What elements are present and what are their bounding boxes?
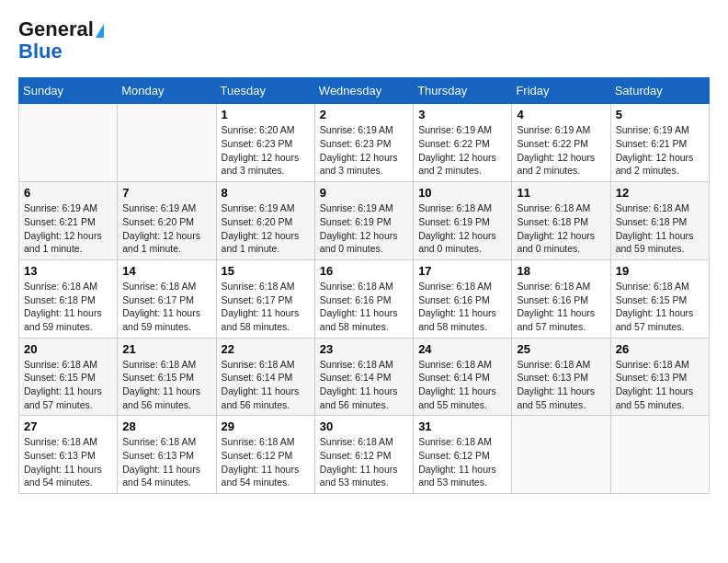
- day-info: Sunrise: 6:18 AMSunset: 6:13 PMDaylight:…: [517, 358, 605, 412]
- calendar-week-3: 13Sunrise: 6:18 AMSunset: 6:18 PMDayligh…: [19, 259, 710, 338]
- day-number: 3: [418, 108, 506, 121]
- day-info: Sunrise: 6:18 AMSunset: 6:18 PMDaylight:…: [517, 201, 605, 256]
- day-info: Sunrise: 6:18 AMSunset: 6:18 PMDaylight:…: [24, 280, 112, 334]
- day-info: Sunrise: 6:18 AMSunset: 6:16 PMDaylight:…: [418, 280, 506, 334]
- day-number: 12: [616, 186, 704, 200]
- calendar-cell: 11Sunrise: 6:18 AMSunset: 6:18 PMDayligh…: [512, 182, 610, 260]
- day-info: Sunrise: 6:19 AMSunset: 6:22 PMDaylight:…: [418, 123, 506, 178]
- calendar-cell: [610, 416, 709, 494]
- calendar-cell: 5Sunrise: 6:19 AMSunset: 6:21 PMDaylight…: [610, 104, 709, 182]
- logo-blue: Blue: [18, 40, 63, 63]
- weekday-header-friday: Friday: [512, 78, 610, 104]
- calendar-cell: 10Sunrise: 6:18 AMSunset: 6:19 PMDayligh…: [414, 182, 512, 260]
- logo-text: General: [18, 18, 104, 40]
- day-number: 9: [320, 186, 408, 200]
- day-info: Sunrise: 6:18 AMSunset: 6:14 PMDaylight:…: [320, 358, 408, 412]
- calendar-cell: 17Sunrise: 6:18 AMSunset: 6:16 PMDayligh…: [414, 259, 512, 338]
- calendar-cell: 13Sunrise: 6:18 AMSunset: 6:18 PMDayligh…: [19, 259, 118, 338]
- calendar-cell: 12Sunrise: 6:18 AMSunset: 6:18 PMDayligh…: [610, 182, 709, 260]
- day-info: Sunrise: 6:18 AMSunset: 6:17 PMDaylight:…: [122, 280, 210, 334]
- day-info: Sunrise: 6:19 AMSunset: 6:21 PMDaylight:…: [24, 201, 112, 256]
- day-number: 22: [222, 342, 310, 356]
- calendar-cell: 31Sunrise: 6:18 AMSunset: 6:12 PMDayligh…: [414, 416, 512, 494]
- calendar-cell: 6Sunrise: 6:19 AMSunset: 6:21 PMDaylight…: [19, 182, 118, 260]
- day-number: 26: [616, 342, 704, 356]
- day-number: 25: [517, 342, 605, 356]
- day-info: Sunrise: 6:19 AMSunset: 6:22 PMDaylight:…: [517, 123, 605, 178]
- calendar-cell: 28Sunrise: 6:18 AMSunset: 6:13 PMDayligh…: [118, 416, 216, 494]
- day-number: 14: [122, 264, 210, 278]
- calendar-cell: 19Sunrise: 6:18 AMSunset: 6:15 PMDayligh…: [610, 259, 709, 338]
- day-number: 27: [24, 419, 112, 433]
- weekday-header-monday: Monday: [118, 78, 216, 104]
- calendar-cell: 30Sunrise: 6:18 AMSunset: 6:12 PMDayligh…: [314, 416, 413, 494]
- day-info: Sunrise: 6:19 AMSunset: 6:20 PMDaylight:…: [122, 201, 210, 256]
- day-number: 1: [222, 108, 310, 121]
- calendar-cell: 25Sunrise: 6:18 AMSunset: 6:13 PMDayligh…: [512, 338, 610, 416]
- calendar-body: 1Sunrise: 6:20 AMSunset: 6:23 PMDaylight…: [19, 104, 710, 494]
- calendar-cell: 8Sunrise: 6:19 AMSunset: 6:20 PMDaylight…: [216, 182, 314, 260]
- day-number: 17: [418, 264, 506, 278]
- day-info: Sunrise: 6:19 AMSunset: 6:20 PMDaylight:…: [222, 201, 310, 256]
- calendar-week-1: 1Sunrise: 6:20 AMSunset: 6:23 PMDaylight…: [19, 104, 710, 182]
- calendar-cell: 16Sunrise: 6:18 AMSunset: 6:16 PMDayligh…: [314, 259, 413, 338]
- day-info: Sunrise: 6:18 AMSunset: 6:17 PMDaylight:…: [222, 280, 310, 334]
- day-info: Sunrise: 6:18 AMSunset: 6:14 PMDaylight:…: [418, 358, 506, 412]
- weekday-header-sunday: Sunday: [19, 78, 118, 104]
- day-info: Sunrise: 6:18 AMSunset: 6:15 PMDaylight:…: [24, 358, 112, 412]
- day-number: 15: [222, 264, 310, 278]
- calendar-cell: 9Sunrise: 6:19 AMSunset: 6:19 PMDaylight…: [314, 182, 413, 260]
- day-info: Sunrise: 6:19 AMSunset: 6:23 PMDaylight:…: [320, 123, 408, 178]
- calendar-cell: 23Sunrise: 6:18 AMSunset: 6:14 PMDayligh…: [314, 338, 413, 416]
- logo: General Blue: [18, 18, 104, 63]
- weekday-header-saturday: Saturday: [610, 78, 709, 104]
- day-number: 11: [517, 186, 605, 200]
- weekday-header-wednesday: Wednesday: [314, 78, 413, 104]
- day-number: 21: [122, 342, 210, 356]
- day-info: Sunrise: 6:18 AMSunset: 6:14 PMDaylight:…: [222, 358, 310, 412]
- day-number: 20: [24, 342, 112, 356]
- calendar-cell: 3Sunrise: 6:19 AMSunset: 6:22 PMDaylight…: [414, 104, 512, 182]
- calendar-cell: [19, 104, 118, 182]
- calendar-cell: [512, 416, 610, 494]
- day-number: 2: [320, 108, 408, 121]
- day-info: Sunrise: 6:18 AMSunset: 6:15 PMDaylight:…: [616, 280, 704, 334]
- calendar-week-2: 6Sunrise: 6:19 AMSunset: 6:21 PMDaylight…: [19, 182, 710, 260]
- day-info: Sunrise: 6:20 AMSunset: 6:23 PMDaylight:…: [222, 123, 310, 178]
- calendar-cell: 2Sunrise: 6:19 AMSunset: 6:23 PMDaylight…: [314, 104, 413, 182]
- day-number: 13: [24, 264, 112, 278]
- day-number: 23: [320, 342, 408, 356]
- calendar-header-row: SundayMondayTuesdayWednesdayThursdayFrid…: [19, 78, 710, 104]
- day-info: Sunrise: 6:18 AMSunset: 6:15 PMDaylight:…: [122, 358, 210, 412]
- day-number: 4: [517, 108, 605, 121]
- day-info: Sunrise: 6:18 AMSunset: 6:12 PMDaylight:…: [222, 435, 310, 489]
- day-info: Sunrise: 6:18 AMSunset: 6:16 PMDaylight:…: [517, 280, 605, 334]
- calendar-cell: 7Sunrise: 6:19 AMSunset: 6:20 PMDaylight…: [118, 182, 216, 260]
- calendar-cell: 18Sunrise: 6:18 AMSunset: 6:16 PMDayligh…: [512, 259, 610, 338]
- page-header: General Blue: [18, 18, 710, 63]
- day-number: 18: [517, 264, 605, 278]
- calendar-cell: 24Sunrise: 6:18 AMSunset: 6:14 PMDayligh…: [414, 338, 512, 416]
- calendar-cell: 15Sunrise: 6:18 AMSunset: 6:17 PMDayligh…: [216, 259, 314, 338]
- day-number: 24: [418, 342, 506, 356]
- weekday-header-tuesday: Tuesday: [216, 78, 314, 104]
- day-number: 7: [122, 186, 210, 200]
- day-info: Sunrise: 6:18 AMSunset: 6:18 PMDaylight:…: [616, 201, 704, 256]
- calendar-cell: 14Sunrise: 6:18 AMSunset: 6:17 PMDayligh…: [118, 259, 216, 338]
- calendar-cell: 4Sunrise: 6:19 AMSunset: 6:22 PMDaylight…: [512, 104, 610, 182]
- day-info: Sunrise: 6:18 AMSunset: 6:19 PMDaylight:…: [418, 201, 506, 256]
- day-number: 16: [320, 264, 408, 278]
- calendar-cell: [118, 104, 216, 182]
- day-number: 31: [418, 419, 506, 433]
- weekday-header-thursday: Thursday: [414, 78, 512, 104]
- calendar-cell: 27Sunrise: 6:18 AMSunset: 6:13 PMDayligh…: [19, 416, 118, 494]
- calendar-week-5: 27Sunrise: 6:18 AMSunset: 6:13 PMDayligh…: [19, 416, 710, 494]
- day-info: Sunrise: 6:19 AMSunset: 6:19 PMDaylight:…: [320, 201, 408, 256]
- calendar-week-4: 20Sunrise: 6:18 AMSunset: 6:15 PMDayligh…: [19, 338, 710, 416]
- day-number: 10: [418, 186, 506, 200]
- calendar-cell: 29Sunrise: 6:18 AMSunset: 6:12 PMDayligh…: [216, 416, 314, 494]
- day-number: 8: [222, 186, 310, 200]
- day-number: 29: [222, 419, 310, 433]
- calendar-cell: 20Sunrise: 6:18 AMSunset: 6:15 PMDayligh…: [19, 338, 118, 416]
- calendar-cell: 21Sunrise: 6:18 AMSunset: 6:15 PMDayligh…: [118, 338, 216, 416]
